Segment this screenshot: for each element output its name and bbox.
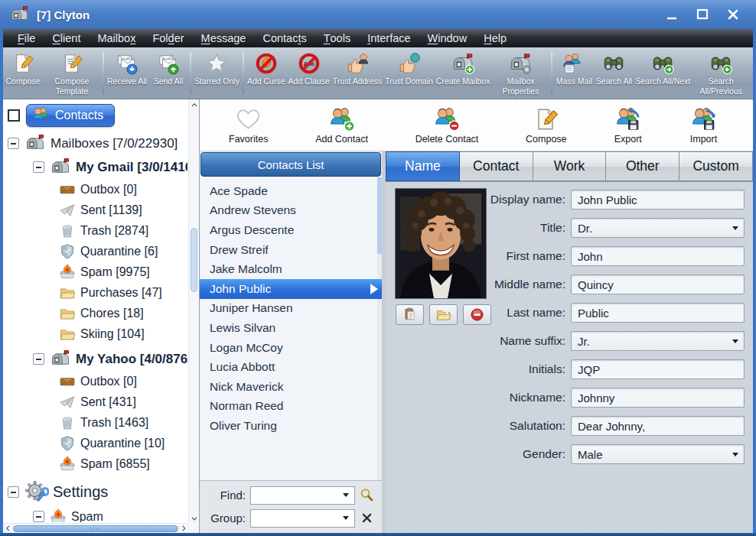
field-nickname-input[interactable]: Johnny	[571, 388, 745, 408]
tree-item-contacts[interactable]: Contacts	[8, 102, 187, 128]
field-last-name-input[interactable]: Public	[571, 303, 745, 323]
selected-tree-item[interactable]: Contacts	[26, 104, 115, 127]
collapse-toggle-icon[interactable]	[8, 486, 19, 498]
tree-item-quarantine[interactable]: Quarantine [6]	[8, 241, 187, 262]
contact-item-lewis-silvan[interactable]: Lewis Silvan	[200, 318, 382, 338]
tree-item-my-yahoo[interactable]: My Yahoo [4/0/8762]	[8, 347, 187, 371]
tree-item-sent[interactable]: Sent [431]	[8, 391, 187, 412]
field-title-combo[interactable]: Dr.	[571, 218, 745, 238]
menu-client[interactable]: Client	[44, 29, 89, 47]
tree-item-outbox[interactable]: Outbox [0]	[8, 179, 187, 200]
contact-item-andrew-stevens[interactable]: Andrew Stevens	[200, 201, 382, 221]
remove-photo-button[interactable]	[463, 304, 491, 325]
tab-other[interactable]: Other	[606, 151, 679, 181]
contact-item-jake-malcolm[interactable]: Jake Malcolm	[200, 259, 382, 279]
menu-contacts[interactable]: Contacts	[254, 29, 314, 47]
contact-item-logan-mccoy[interactable]: Logan McCoy	[200, 338, 382, 358]
find-combobox[interactable]	[250, 486, 355, 505]
scroll-up-arrow[interactable]	[189, 99, 199, 109]
chevron-down-icon[interactable]	[343, 493, 349, 497]
tree-item-purchases[interactable]: Purchases [47]	[8, 282, 187, 303]
toolbar-trust-address[interactable]: Trust Address	[331, 52, 383, 86]
menu-tools[interactable]: Tools	[315, 29, 359, 47]
toolbar-compose-template[interactable]: Compose Template	[43, 52, 101, 96]
menu-mailbox[interactable]: Mailbox	[89, 29, 144, 47]
browse-photo-button[interactable]	[429, 304, 458, 325]
search-icon[interactable]	[359, 487, 375, 503]
menu-interface[interactable]: Interface	[359, 29, 419, 47]
sidebar-vertical-scrollbar[interactable]	[188, 99, 199, 523]
toolbar-compose[interactable]: Compose	[3, 52, 43, 86]
paste-photo-button[interactable]	[396, 304, 424, 325]
collapse-toggle-icon[interactable]	[33, 353, 44, 365]
action-compose[interactable]: Compose	[526, 106, 567, 145]
action-import[interactable]: Import	[689, 106, 718, 145]
toolbar-search-all[interactable]: Search All	[594, 52, 634, 86]
toolbar-add-clause[interactable]: AbcAdd Clause	[287, 52, 331, 86]
toolbar-add-curse[interactable]: Add Curse	[246, 52, 287, 86]
menu-file[interactable]: File	[9, 29, 44, 47]
action-delete-contact[interactable]: Delete Contact	[415, 106, 479, 145]
action-favorites[interactable]: Favorites	[229, 106, 268, 145]
sidebar-horizontal-scrollbar[interactable]	[3, 523, 188, 533]
action-export[interactable]: Export	[614, 106, 642, 145]
toolbar-starred-only[interactable]: Starred Only	[193, 52, 241, 86]
tree-item-trash[interactable]: Trash [2874]	[8, 220, 187, 241]
tab-name[interactable]: Name	[386, 151, 460, 181]
chevron-down-icon[interactable]	[732, 226, 738, 230]
tree-item-mailboxes[interactable]: Mailboxes [7/0/22930]	[8, 132, 187, 155]
contact-item-nick-maverick[interactable]: Nick Maverick	[200, 377, 382, 397]
toolbar-search-all-previous[interactable]: Search All/Previous	[692, 52, 750, 96]
menu-window[interactable]: Window	[419, 29, 476, 47]
maximize-button[interactable]	[693, 5, 712, 24]
tab-custom[interactable]: Custom	[679, 151, 753, 181]
group-combobox[interactable]	[250, 509, 355, 528]
tree-item-spam[interactable]: Spam [9975]	[8, 262, 187, 282]
action-add-contact[interactable]: Add Contact	[315, 106, 368, 145]
contact-item-john-public[interactable]: John Public	[200, 279, 382, 299]
menu-help[interactable]: Help	[475, 29, 515, 47]
contact-item-ace-spade[interactable]: Ace Spade	[200, 181, 382, 201]
chevron-down-icon[interactable]	[732, 453, 738, 456]
toolbar-trust-domain[interactable]: Trust Domain	[383, 52, 435, 86]
field-initials-input[interactable]: JQP	[571, 359, 745, 379]
field-middle-name-input[interactable]: Quincy	[571, 274, 745, 294]
clear-icon[interactable]	[359, 510, 375, 526]
tab-contact[interactable]: Contact	[460, 151, 533, 181]
contact-item-argus-descente[interactable]: Argus Descente	[200, 220, 382, 240]
field-gender-combo[interactable]: Male	[571, 444, 745, 464]
collapse-toggle-icon[interactable]	[33, 161, 44, 173]
tree-item-settings[interactable]: Settings	[8, 477, 187, 506]
contact-item-juniper-hansen[interactable]: Juniper Hansen	[200, 299, 382, 319]
collapse-toggle-icon[interactable]	[33, 511, 44, 522]
contact-item-oliver-turing[interactable]: Oliver Turing	[200, 416, 382, 436]
scroll-down-arrow[interactable]	[189, 513, 199, 523]
tree-item-my-gmail[interactable]: My Gmail [3/0/14168]	[8, 155, 187, 179]
chevron-down-icon[interactable]	[343, 516, 349, 520]
chevron-down-icon[interactable]	[732, 339, 738, 343]
tree-item-trash[interactable]: Trash [1463]	[8, 412, 187, 433]
field-salutation-input[interactable]: Dear Johnny,	[571, 416, 745, 436]
tree-item-spam[interactable]: Spam [6855]	[8, 453, 187, 474]
field-name-suffix-combo[interactable]: Jr.	[571, 331, 745, 351]
contact-item-lucia-abbott[interactable]: Lucia Abbott	[200, 357, 382, 377]
tree-item-skiing[interactable]: Skiing [104]	[8, 323, 187, 344]
sidebar-vscroll-thumb[interactable]	[191, 228, 197, 292]
toolbar-mass-mail[interactable]: Mass Mail	[554, 52, 594, 86]
field-first-name-input[interactable]: John	[571, 246, 745, 266]
contact-item-drew-streif[interactable]: Drew Streif	[200, 240, 382, 260]
tree-item-outbox[interactable]: Outbox [0]	[8, 371, 187, 391]
contact-item-norman-reed[interactable]: Norman Reed	[200, 397, 382, 417]
tree-item-chores[interactable]: Chores [18]	[8, 303, 187, 323]
field-display-name-input[interactable]: John Public	[571, 190, 745, 210]
toolbar-create-mailbox[interactable]: Create Mailbox	[435, 52, 492, 86]
tab-work[interactable]: Work	[533, 151, 607, 181]
sidebar-hscroll-thumb[interactable]	[13, 525, 178, 532]
toolbar-search-all-next[interactable]: Search All/Next	[634, 52, 692, 86]
toolbar-receive-all[interactable]: Receive All	[106, 52, 148, 86]
tree-item-spam[interactable]: Spam	[8, 506, 187, 522]
minimize-button[interactable]	[663, 5, 681, 24]
checkbox[interactable]	[8, 109, 20, 122]
toolbar-send-all[interactable]: Send All	[148, 52, 188, 86]
menu-folder[interactable]: Folder	[144, 29, 192, 47]
